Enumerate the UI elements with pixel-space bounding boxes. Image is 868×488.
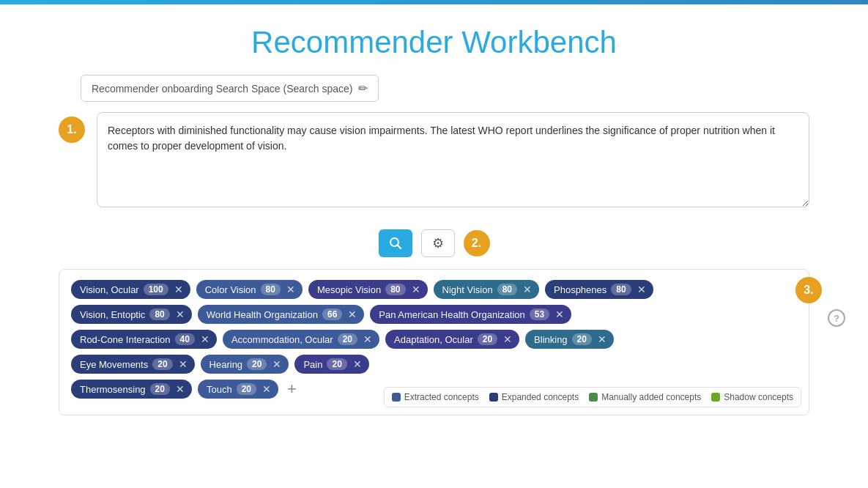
workspace-label-text: Recommender onboarding Search Space (Sea… [92, 83, 352, 95]
tags-row-2: Rod-Cone Interaction 40 ✕ Accommodation,… [71, 330, 797, 349]
settings-button[interactable]: ⚙ [421, 229, 455, 257]
tag-close[interactable]: ✕ [523, 284, 532, 295]
tag-count: 20 [150, 383, 170, 395]
tag-count: 80 [149, 308, 169, 320]
tag-label: Accommodation, Ocular [231, 334, 333, 345]
legend-label-expanded: Expanded concepts [502, 392, 579, 402]
tag-count: 80 [611, 284, 631, 295]
add-tag-button[interactable]: + [284, 380, 300, 399]
workspace-label[interactable]: Recommender onboarding Search Space (Sea… [81, 75, 379, 102]
tag-count: 20 [247, 358, 267, 370]
tag-count: 20 [338, 333, 357, 345]
legend-label-shadow: Shadow concepts [724, 392, 793, 402]
step1-badge: 1. [59, 117, 85, 143]
tag-thermosensing: Thermosensing 20 ✕ [71, 380, 192, 399]
tag-close[interactable]: ✕ [555, 308, 564, 320]
tag-label: Eye Movements [80, 359, 148, 370]
tag-label: Adaptation, Ocular [394, 334, 473, 345]
tag-close[interactable]: ✕ [598, 333, 607, 345]
tags-row-1: Vision, Entoptic 80 ✕ World Health Organ… [71, 305, 797, 324]
tag-close[interactable]: ✕ [262, 383, 271, 395]
tag-hearing: Hearing 20 ✕ [201, 355, 289, 374]
tag-vision-entoptic: Vision, Entoptic 80 ✕ [71, 305, 192, 324]
tag-close[interactable]: ✕ [503, 333, 512, 345]
tag-label: Mesopic Vision [317, 284, 381, 295]
tag-close[interactable]: ✕ [363, 333, 372, 345]
step3-badge: 3. [795, 277, 822, 303]
tag-count: 66 [322, 308, 342, 320]
tag-label: Rod-Cone Interaction [80, 334, 171, 345]
tag-close[interactable]: ✕ [286, 284, 295, 295]
tag-close[interactable]: ✕ [348, 308, 357, 320]
tag-accommodation: Accommodation, Ocular 20 ✕ [223, 330, 379, 349]
action-row: ⚙ 2. [379, 229, 490, 257]
search-button[interactable] [379, 229, 412, 257]
tag-count: 80 [385, 284, 405, 295]
tag-night-vision: Night Vision 80 ✕ [434, 280, 540, 299]
tag-blinking: Blinking 20 ✕ [525, 330, 614, 349]
tag-label: Blinking [534, 334, 568, 345]
tag-mesopic-vision: Mesopic Vision 80 ✕ [308, 280, 428, 299]
tag-count: 40 [175, 333, 195, 345]
legend-dot-extracted [392, 393, 401, 402]
tag-close[interactable]: ✕ [272, 358, 281, 370]
tag-who: World Health Organization 66 ✕ [198, 305, 365, 324]
legend-shadow: Shadow concepts [711, 392, 793, 402]
tag-vision-ocular: Vision, Ocular 100 ✕ [71, 280, 190, 299]
edit-icon[interactable]: ✏ [358, 81, 368, 95]
tag-count: 20 [237, 383, 256, 395]
tags-section: 3. ? Vision, Ocular 100 ✕ Color Vision 8… [59, 269, 809, 415]
legend-dot-expanded [489, 393, 498, 402]
legend-extracted: Extracted concepts [392, 392, 479, 402]
query-textarea[interactable] [97, 112, 809, 207]
help-icon[interactable]: ? [828, 309, 845, 327]
legend: Extracted concepts Expanded concepts Man… [384, 387, 801, 407]
tag-close[interactable]: ✕ [176, 383, 185, 395]
tag-count: 20 [478, 333, 497, 345]
tags-row-0: Vision, Ocular 100 ✕ Color Vision 80 ✕ M… [71, 280, 797, 299]
tag-close[interactable]: ✕ [637, 284, 646, 295]
tag-close[interactable]: ✕ [176, 308, 185, 320]
tag-count: 20 [572, 333, 592, 345]
tag-label: Phosphenes [554, 284, 607, 295]
tag-close[interactable]: ✕ [412, 284, 420, 295]
tag-label: Touch [207, 384, 232, 395]
legend-label-extracted: Extracted concepts [404, 392, 479, 402]
tag-label: Color Vision [205, 284, 256, 295]
tag-label: Hearing [209, 359, 243, 370]
tag-count: 20 [152, 358, 172, 370]
tag-label: Pain [303, 359, 322, 370]
tag-count: 20 [327, 358, 346, 370]
tag-paho: Pan American Health Organization 53 ✕ [370, 305, 571, 324]
tag-phosphenes: Phosphenes 80 ✕ [545, 280, 653, 299]
tag-adaptation: Adaptation, Ocular 20 ✕ [385, 330, 519, 349]
step1-row: 1. [59, 112, 809, 210]
tag-close[interactable]: ✕ [179, 358, 188, 370]
tag-label: Pan American Health Organization [379, 309, 524, 320]
tag-label: Vision, Entoptic [80, 309, 145, 320]
tags-row-3: Eye Movements 20 ✕ Hearing 20 ✕ Pain 20 … [71, 355, 797, 374]
tag-count: 80 [261, 284, 281, 295]
tag-label: Night Vision [442, 284, 493, 295]
tag-count: 100 [144, 284, 168, 295]
main-content: Recommender onboarding Search Space (Sea… [0, 75, 868, 415]
tag-close[interactable]: ✕ [353, 358, 362, 370]
tag-rod-cone: Rod-Cone Interaction 40 ✕ [71, 330, 217, 349]
gear-icon: ⚙ [432, 235, 444, 251]
textarea-wrapper [97, 112, 809, 210]
tag-label: Thermosensing [80, 384, 146, 395]
tag-color-vision: Color Vision 80 ✕ [196, 280, 303, 299]
legend-label-manual: Manually added concepts [601, 392, 701, 402]
tag-close[interactable]: ✕ [201, 333, 209, 345]
tag-eye-movements: Eye Movements 20 ✕ [71, 355, 195, 374]
legend-dot-manual [589, 393, 598, 402]
tag-touch: Touch 20 ✕ [198, 380, 278, 399]
tag-pain: Pain 20 ✕ [294, 355, 368, 374]
page-header: Recommender Workbench [0, 4, 868, 75]
tag-close[interactable]: ✕ [174, 284, 183, 295]
tag-count: 80 [497, 284, 517, 295]
tag-label: Vision, Ocular [80, 284, 139, 295]
page-title: Recommender Workbench [0, 25, 868, 60]
legend-dot-shadow [711, 393, 720, 402]
step2-badge: 2. [464, 230, 490, 256]
